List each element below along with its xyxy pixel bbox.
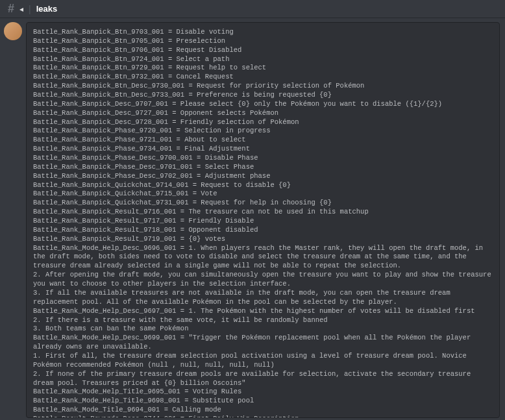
avatar-column: [0, 18, 26, 420]
channel-name[interactable]: leaks: [36, 4, 58, 14]
message-content: Battle_Rank_Banpick_Btn_9703_001 = Disab…: [0, 18, 505, 420]
code-block[interactable]: Battle_Rank_Banpick_Btn_9703_001 = Disab…: [26, 22, 500, 418]
back-icon[interactable]: ◂: [19, 5, 23, 14]
hash-icon: #: [8, 2, 14, 16]
user-avatar[interactable]: [4, 22, 22, 40]
message-area: Battle_Rank_Banpick_Btn_9703_001 = Disab…: [26, 18, 505, 420]
header-divider: |: [29, 4, 31, 14]
channel-header: # ◂ | leaks: [0, 0, 505, 18]
